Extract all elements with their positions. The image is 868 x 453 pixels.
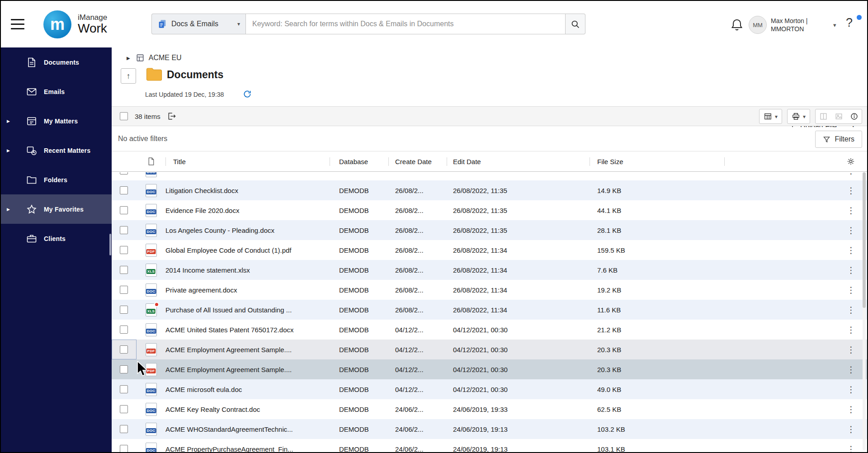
header-checkbox-column (112, 151, 137, 171)
table-row[interactable]: XLS 2014 Income statement.xlsx DEMODB 26… (112, 260, 867, 280)
row-title[interactable] (165, 172, 330, 180)
user-avatar[interactable]: MM (749, 16, 767, 34)
table-row[interactable]: PDF Global Employee Code of Conduct (1).… (112, 240, 867, 260)
row-database: DEMODB (330, 260, 388, 280)
row-title[interactable]: Global Employee Code of Conduct (1).pdf (165, 240, 330, 260)
row-checkbox[interactable] (120, 445, 128, 452)
column-header-database[interactable]: Database (330, 151, 388, 171)
row-checkbox[interactable] (120, 246, 128, 254)
file-type-icon: DOC (146, 403, 157, 416)
row-checkbox[interactable] (120, 425, 128, 433)
row-edit-date: 26/08/2022, 11:35 (447, 200, 590, 220)
row-edit-date: 24/06/2019, 19:13 (447, 419, 590, 439)
table-row[interactable]: DOC ⋮ (112, 172, 867, 180)
row-edit-date: 26/08/2022, 11:35 (447, 220, 590, 240)
row-checkbox[interactable] (120, 172, 128, 175)
hamburger-menu-icon[interactable] (11, 19, 24, 29)
file-type-icon: XLS (146, 264, 157, 277)
search-input[interactable] (245, 14, 566, 34)
row-checkbox[interactable] (120, 226, 128, 234)
notifications-bell-icon[interactable] (730, 18, 744, 32)
topbar: m iManage Work Docs & Emails ▾ MM Max Mo (1, 1, 867, 47)
table-row[interactable]: DOC Evidence File 2020.docx DEMODB 26/08… (112, 200, 867, 220)
user-name[interactable]: Max Morton | MMORTON (771, 17, 807, 33)
table-row[interactable]: PDF ACME Employment Agreement Sample....… (112, 359, 867, 379)
expand-arrow-icon[interactable]: ▶ (7, 207, 10, 212)
row-title[interactable]: ACME Employment Agreement Sample.... (165, 359, 330, 379)
sidebar-item-clients[interactable]: ▶ Clients (1, 224, 112, 253)
table-row[interactable]: DOC ACME WHOStandardAgreementTechnic... … (112, 419, 867, 439)
table-row[interactable]: DOC ACME Key Realty Contract.doc DEMODB … (112, 399, 867, 419)
sidebar-item-label: My Matters (44, 118, 78, 125)
table-row[interactable]: DOC ACME United States Patent 7650172.do… (112, 320, 867, 340)
table-row[interactable]: DOC Private agreement.docx DEMODB 26/08/… (112, 280, 867, 300)
user-menu-chevron-icon[interactable]: ▾ (833, 22, 836, 28)
search-scope-dropdown[interactable]: Docs & Emails ▾ (151, 14, 245, 34)
row-title[interactable]: ACME United States Patent 7650172.docx (165, 320, 330, 340)
column-settings-gear-icon[interactable] (847, 157, 855, 165)
file-status-dot-icon (154, 302, 159, 307)
row-title[interactable]: Evidence File 2020.docx (165, 200, 330, 220)
expand-arrow-icon[interactable]: ▶ (7, 148, 10, 153)
row-title[interactable]: 2014 Income statement.xlsx (165, 260, 330, 280)
file-type-icon: DOC (146, 323, 157, 336)
row-title[interactable]: Private agreement.docx (165, 280, 330, 300)
row-checkbox[interactable] (120, 385, 128, 393)
refresh-icon[interactable] (243, 90, 252, 99)
row-title[interactable]: ACME PropertyPurchaseAgreement_Fin... (165, 439, 330, 452)
breadcrumb[interactable]: ▶ ACME EU (112, 51, 182, 65)
row-checkbox[interactable] (120, 405, 128, 413)
row-checkbox[interactable] (120, 266, 128, 274)
table-row[interactable]: DOC Litigation Checklist.docx DEMODB 26/… (112, 180, 867, 200)
breadcrumb-label[interactable]: ACME EU (149, 54, 182, 62)
table-row[interactable]: DOC ACME microsoft eula.doc DEMODB 04/12… (112, 379, 867, 399)
app-logo[interactable]: m iManage Work (43, 10, 107, 38)
row-file-size: 7.6 KB (590, 260, 724, 280)
file-type-icon: DOC (146, 204, 157, 217)
sidebar-item-recent-matters[interactable]: ▶ Recent Matters (1, 136, 112, 165)
row-title[interactable]: ACME microsoft eula.doc (165, 379, 330, 399)
column-header-title[interactable]: Title (165, 151, 330, 171)
row-title[interactable]: Los Angeles County - Pleading.docx (165, 220, 330, 240)
navigate-up-button[interactable]: ↑ (121, 68, 136, 84)
row-title[interactable]: Litigation Checklist.docx (165, 180, 330, 200)
column-header-create-date[interactable]: Create Date (388, 151, 447, 171)
row-checkbox[interactable] (120, 345, 128, 354)
table-scrollbar-thumb[interactable] (863, 172, 866, 308)
sidebar-item-folders[interactable]: ▶ Folders (1, 165, 112, 194)
print-options-button[interactable]: ▾ (787, 109, 810, 124)
file-type-icon: XLS (146, 303, 157, 316)
table-row[interactable]: PDF ACME Employment Agreement Sample....… (112, 340, 867, 359)
view-options-button[interactable]: ▾ (759, 109, 782, 124)
breadcrumb-expand-icon[interactable]: ▶ (127, 56, 130, 61)
sidebar-item-my-favorites[interactable]: ▶ My Favorites (1, 194, 112, 224)
table-row[interactable]: DOC Los Angeles County - Pleading.docx D… (112, 220, 867, 240)
row-checkbox[interactable] (120, 306, 128, 314)
table-row[interactable]: XLS Purchase of All Issued and Outstandi… (112, 300, 867, 320)
select-all-checkbox[interactable] (120, 112, 128, 120)
row-title[interactable]: Purchase of All Issued and Outstanding .… (165, 300, 330, 320)
column-header-edit-date[interactable]: Edit Date (447, 151, 590, 171)
row-title[interactable]: ACME WHOStandardAgreementTechnic... (165, 419, 330, 439)
sidebar-item-emails[interactable]: ▶ Emails (1, 77, 112, 106)
search-button[interactable] (566, 14, 585, 34)
row-checkbox[interactable] (120, 326, 128, 334)
sidebar-item-documents[interactable]: ▶ Documents (1, 47, 112, 77)
sidebar-item-my-matters[interactable]: ▶ My Matters (1, 106, 112, 136)
search-scope-label: Docs & Emails (171, 20, 233, 28)
table-row[interactable]: DOC ACME PropertyPurchaseAgreement_Fin..… (112, 439, 867, 452)
expand-arrow-icon[interactable]: ▶ (7, 119, 10, 123)
help-icon[interactable]: ? (846, 16, 853, 30)
row-title[interactable]: ACME Employment Agreement Sample.... (165, 340, 330, 359)
row-checkbox[interactable] (120, 365, 128, 373)
column-header-file-size[interactable]: File Size (590, 151, 724, 171)
export-items-icon[interactable] (167, 112, 176, 121)
info-icon[interactable] (846, 112, 862, 121)
row-checkbox[interactable] (120, 286, 128, 294)
row-checkbox[interactable] (120, 186, 128, 194)
row-title[interactable]: ACME Key Realty Contract.doc (165, 399, 330, 419)
table-scrollbar-track[interactable] (863, 172, 866, 450)
filters-button[interactable]: Filters (815, 131, 862, 148)
row-checkbox[interactable] (120, 206, 128, 214)
row-file-size (590, 172, 724, 180)
